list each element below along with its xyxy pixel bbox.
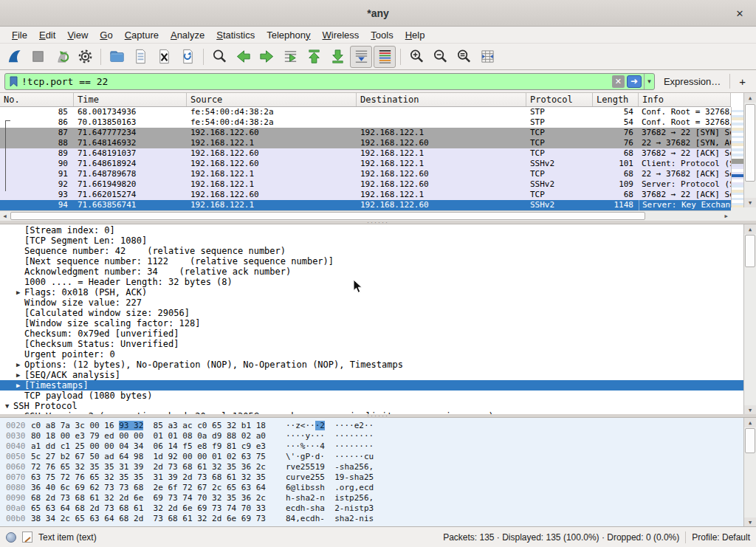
menu-edit[interactable]: Edit xyxy=(33,28,61,42)
scroll-left-icon[interactable]: ◀ xyxy=(0,211,10,221)
zoom-reset-button[interactable] xyxy=(453,46,475,68)
packet-row-85[interactable]: 8568.001734936fe:54:00:d4:38:2aSTP54Conf… xyxy=(0,107,731,117)
detail-line[interactable]: ▶[SEQ/ACK analysis] xyxy=(0,370,743,380)
packet-row-88[interactable]: 8871.648146932192.168.122.1192.168.122.6… xyxy=(0,138,731,148)
capture-options-button[interactable] xyxy=(74,46,96,68)
scroll-up-icon[interactable]: ▲ xyxy=(744,93,756,103)
detail-line[interactable]: Window size value: 227 xyxy=(0,297,743,308)
hex-row-0030[interactable]: 003080 18 00 e3 79 ed 00 00 01 01 08 0a … xyxy=(0,431,756,441)
packet-row-87[interactable]: 8771.647777234192.168.122.60192.168.122.… xyxy=(0,128,731,138)
detail-line[interactable]: [Calculated window size: 29056] xyxy=(0,308,743,318)
stop-capture-button[interactable] xyxy=(27,46,49,68)
go-back-button[interactable] xyxy=(232,46,254,68)
expander-expanded-icon[interactable]: ▼ xyxy=(5,401,9,411)
scrollbar-thumb[interactable] xyxy=(745,428,755,453)
column-header-info[interactable]: Info xyxy=(639,93,731,106)
hex-row-0050[interactable]: 00505c 27 b2 67 50 ad 64 98 1d 92 00 00 … xyxy=(0,452,756,462)
packet-list-hscrollbar[interactable]: ◀ ▶ xyxy=(0,210,731,221)
close-window-button[interactable]: ✕ xyxy=(732,6,747,21)
detail-line[interactable]: ▶Flags: 0x018 (PSH, ACK) xyxy=(0,287,743,297)
hex-row-0080[interactable]: 008036 40 6c 69 62 73 73 68 2e 6f 72 67 … xyxy=(0,483,756,493)
detail-line[interactable]: [Stream index: 0] xyxy=(0,225,743,235)
column-header-protocol[interactable]: Protocol xyxy=(526,93,593,106)
expander-collapsed-icon[interactable]: ▶ xyxy=(16,411,20,414)
zoom-out-button[interactable] xyxy=(429,46,451,68)
go-first-packet-button[interactable] xyxy=(303,46,325,68)
detail-line[interactable]: [Checksum Status: Unverified] xyxy=(0,339,743,349)
detail-line[interactable]: ▶[Timestamps] xyxy=(0,380,743,391)
packet-row-94[interactable]: 9471.663856741192.168.122.1192.168.122.6… xyxy=(0,200,731,210)
expert-info-icon[interactable] xyxy=(6,532,16,543)
scrollbar-thumb[interactable] xyxy=(745,104,755,182)
start-capture-button[interactable] xyxy=(3,46,25,68)
expander-collapsed-icon[interactable]: ▶ xyxy=(16,359,20,370)
menu-view[interactable]: View xyxy=(61,28,94,42)
status-profile[interactable]: Profile: Default xyxy=(692,532,750,543)
filter-bookmark-icon[interactable] xyxy=(5,76,21,87)
open-file-button[interactable] xyxy=(106,46,128,68)
detail-line[interactable]: ▼SSH Protocol xyxy=(0,401,743,411)
resize-columns-button[interactable] xyxy=(476,46,498,68)
details-vscrollbar[interactable]: ▲ ▼ xyxy=(743,224,756,414)
hex-row-0060[interactable]: 006072 76 65 32 35 35 31 39 2d 73 68 61 … xyxy=(0,462,756,472)
packet-row-92[interactable]: 9271.661949820192.168.122.1192.168.122.6… xyxy=(0,179,731,190)
colorize-button[interactable] xyxy=(374,46,396,68)
titlebar[interactable]: *any ✕ xyxy=(0,0,756,27)
expression-button[interactable]: Expression… xyxy=(661,76,724,87)
menu-analyze[interactable]: Analyze xyxy=(165,28,210,42)
detail-line[interactable]: ▶SSH Version 2 (encryption:chacha20-poly… xyxy=(0,411,743,414)
detail-line[interactable]: Urgent pointer: 0 xyxy=(0,349,743,359)
packet-row-93[interactable]: 9371.662015274192.168.122.60192.168.122.… xyxy=(0,190,731,200)
column-header-time[interactable]: Time xyxy=(74,93,187,106)
column-header-no[interactable]: No. xyxy=(0,93,74,106)
zoom-in-button[interactable] xyxy=(405,46,427,68)
packet-row-91[interactable]: 9171.648789678192.168.122.1192.168.122.6… xyxy=(0,169,731,179)
filter-apply-button[interactable]: ➜ xyxy=(627,75,642,88)
hex-row-00b0[interactable]: 00b038 34 2c 65 63 64 68 2d 73 68 61 32 … xyxy=(0,514,756,524)
close-file-button[interactable] xyxy=(153,46,175,68)
column-header-length[interactable]: Length xyxy=(593,93,639,106)
bytes-vscrollbar[interactable]: ▲ ▼ xyxy=(743,418,756,526)
scroll-up-icon[interactable]: ▲ xyxy=(744,418,756,427)
detail-line[interactable]: ▶Options: (12 bytes), No-Operation (NOP)… xyxy=(0,359,743,370)
expander-collapsed-icon[interactable]: ▶ xyxy=(16,380,20,391)
filter-field[interactable]: ✕ ➜ ▼ xyxy=(4,73,655,90)
expander-collapsed-icon[interactable]: ▶ xyxy=(16,287,20,297)
detail-line[interactable]: [Next sequence number: 1122 (relative se… xyxy=(0,256,743,266)
menu-capture[interactable]: Capture xyxy=(119,28,165,42)
packet-row-86[interactable]: 8670.013850163fe:54:00:d4:38:2aSTP54Conf… xyxy=(0,117,731,128)
detail-line[interactable]: [Window size scaling factor: 128] xyxy=(0,318,743,328)
packet-row-89[interactable]: 8971.648191037192.168.122.60192.168.122.… xyxy=(0,148,731,159)
hex-row-0070[interactable]: 007063 75 72 76 65 32 35 35 31 39 2d 73 … xyxy=(0,472,756,483)
column-header-destination[interactable]: Destination xyxy=(357,93,526,106)
intelligent-scrollbar-minimap[interactable] xyxy=(731,107,743,221)
menu-tools[interactable]: Tools xyxy=(365,28,399,42)
scroll-down-icon[interactable]: ▼ xyxy=(744,517,756,526)
menu-wireless[interactable]: Wireless xyxy=(317,28,365,42)
hex-row-0040[interactable]: 0040a1 dd c1 25 00 00 04 34 06 14 f5 e8 … xyxy=(0,441,756,452)
go-to-packet-button[interactable] xyxy=(279,46,301,68)
filter-history-caret[interactable]: ▼ xyxy=(644,74,654,89)
hex-row-0090[interactable]: 009068 2d 73 68 61 32 2d 6e 69 73 74 70 … xyxy=(0,493,756,503)
scroll-down-icon[interactable]: ▼ xyxy=(744,405,756,414)
filter-clear-button[interactable]: ✕ xyxy=(612,75,625,88)
scroll-up-icon[interactable]: ▲ xyxy=(744,224,756,234)
find-packet-button[interactable] xyxy=(208,46,230,68)
menu-help[interactable]: Help xyxy=(399,28,431,42)
detail-line[interactable]: 1000 .... = Header Length: 32 bytes (8) xyxy=(0,277,743,287)
packet-row-90[interactable]: 9071.648618924192.168.122.60192.168.122.… xyxy=(0,159,731,169)
column-header-source[interactable]: Source xyxy=(187,93,357,106)
filter-input[interactable] xyxy=(21,76,612,87)
detail-line[interactable]: Sequence number: 42 (relative sequence n… xyxy=(0,246,743,256)
menu-telephony[interactable]: Telephony xyxy=(261,28,316,42)
save-file-button[interactable] xyxy=(129,46,151,68)
hscrollbar-thumb[interactable] xyxy=(10,212,645,220)
auto-scroll-button[interactable] xyxy=(350,46,372,68)
packet-list-vscrollbar[interactable]: ▲ ▼ xyxy=(743,93,756,207)
go-forward-button[interactable] xyxy=(255,46,278,68)
scroll-down-icon[interactable]: ▼ xyxy=(744,198,756,207)
go-last-packet-button[interactable] xyxy=(326,46,348,68)
filter-add-button[interactable]: + xyxy=(736,75,752,88)
detail-line[interactable]: [TCP Segment Len: 1080] xyxy=(0,235,743,246)
menu-file[interactable]: File xyxy=(6,28,33,42)
